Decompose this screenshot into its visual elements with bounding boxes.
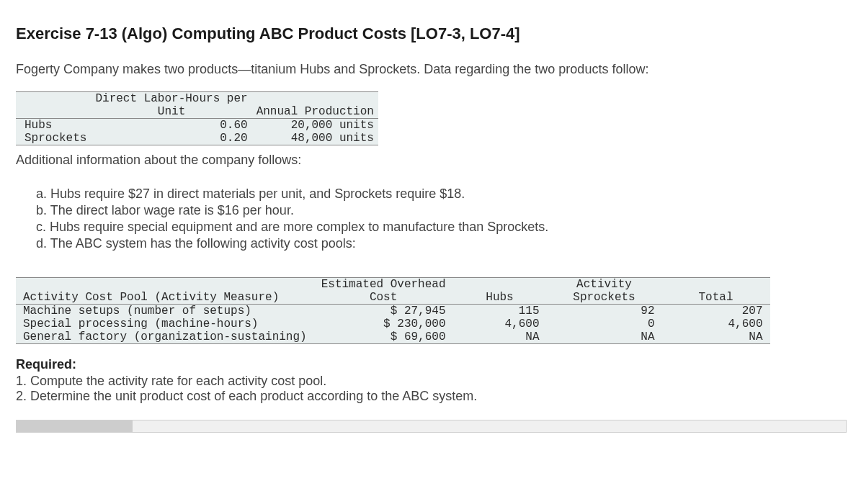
col-header-total: Total xyxy=(662,291,770,305)
cell-spr: 92 xyxy=(547,305,662,318)
cell-total: 4,600 xyxy=(662,318,770,330)
intro-text: Fogerty Company makes two products—titan… xyxy=(16,62,845,77)
horizontal-scrollbar[interactable] xyxy=(16,420,847,433)
col-header-prod: Annual Production xyxy=(252,105,378,119)
col-header-cost-bot: Cost xyxy=(314,291,453,305)
product-data-table: Direct Labor-Hours per Unit Annual Produ… xyxy=(16,91,845,145)
cell-cost: $ 69,600 xyxy=(314,330,453,344)
cell-dlh: 0.60 xyxy=(91,119,251,132)
required-item-1: 1. Compute the activity rate for each ac… xyxy=(16,374,845,389)
cell-hubs: NA xyxy=(453,330,547,344)
info-item-d: d. The ABC system has the following acti… xyxy=(36,236,845,251)
required-list: 1. Compute the activity rate for each ac… xyxy=(16,374,845,404)
cell-hubs: 4,600 xyxy=(453,318,547,330)
cell-cost: $ 27,945 xyxy=(314,305,453,318)
row-label: Hubs xyxy=(16,119,91,132)
info-item-a: a. Hubs require $27 in direct materials … xyxy=(36,186,845,202)
col-header-activity: Activity xyxy=(547,278,662,292)
info-item-b: b. The direct labor wage rate is $16 per… xyxy=(36,203,845,218)
cell-hubs: 115 xyxy=(453,305,547,318)
activity-cost-pool-table: Estimated Overhead Activity Activity Cos… xyxy=(16,277,770,344)
cell-spr: NA xyxy=(547,330,662,344)
cell-total: 207 xyxy=(662,305,770,318)
cell-prod: 48,000 units xyxy=(252,132,378,145)
scrollbar-thumb[interactable] xyxy=(17,420,133,432)
cell-prod: 20,000 units xyxy=(252,119,378,132)
required-heading: Required: xyxy=(16,357,845,372)
info-item-c: c. Hubs require special equipment and ar… xyxy=(36,220,845,235)
cell-total: NA xyxy=(662,330,770,344)
col-header-dlh-bot: Unit xyxy=(91,105,251,119)
cell-spr: 0 xyxy=(547,318,662,330)
col-header-cost-top: Estimated Overhead xyxy=(314,278,453,292)
cell-pool: Machine setups (number of setups) xyxy=(16,305,314,318)
info-list: a. Hubs require $27 in direct materials … xyxy=(36,186,845,251)
exercise-title: Exercise 7-13 (Algo) Computing ABC Produ… xyxy=(16,24,845,43)
col-header-dlh-top: Direct Labor-Hours per xyxy=(91,92,251,106)
col-header-pool: Activity Cost Pool (Activity Measure) xyxy=(16,291,314,305)
cell-cost: $ 230,000 xyxy=(314,318,453,330)
additional-info-heading: Additional information about the company… xyxy=(16,153,845,168)
cell-pool: Special processing (machine-hours) xyxy=(16,318,314,330)
row-label: Sprockets xyxy=(16,132,91,145)
cell-pool: General factory (organization-sustaining… xyxy=(16,330,314,344)
cell-dlh: 0.20 xyxy=(91,132,251,145)
required-item-2: 2. Determine the unit product cost of ea… xyxy=(16,389,845,404)
col-header-sprockets: Sprockets xyxy=(547,291,662,305)
col-header-hubs: Hubs xyxy=(453,291,547,305)
